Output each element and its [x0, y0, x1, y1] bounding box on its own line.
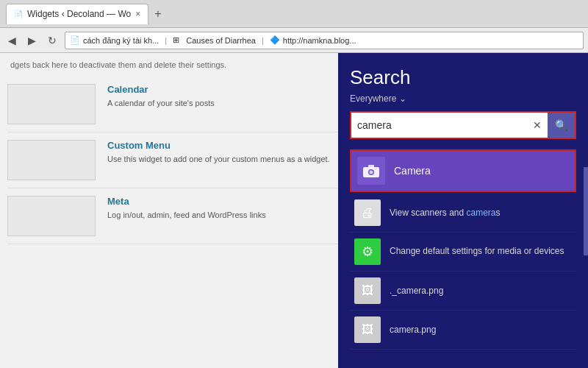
favicon-1: ⊞: [173, 35, 183, 46]
widget-item-calendar: Calendar A calendar of your site's posts: [7, 77, 338, 132]
back-button[interactable]: ◀: [4, 33, 20, 48]
scroll-indicator[interactable]: [584, 167, 588, 255]
svg-point-2: [370, 171, 373, 174]
result-item-scanners[interactable]: 🖨 View scanners and cameras: [350, 194, 576, 233]
png-hidden-icon: 🖼: [354, 277, 381, 304]
widget-item-meta: Meta Log in/out, admin, feed and WordPre…: [7, 188, 338, 244]
search-title: Search: [350, 66, 576, 89]
address-label-0: cách đăng ký tài kh...: [83, 36, 159, 45]
widget-title-custom-menu[interactable]: Custom Menu: [107, 140, 330, 151]
widget-title-calendar[interactable]: Calendar: [107, 84, 215, 95]
new-tab-button[interactable]: +: [151, 7, 164, 21]
forward-button[interactable]: ▶: [24, 33, 40, 48]
widget-desc-calendar: A calendar of your site's posts: [107, 98, 215, 109]
scanners-icon: 🖨: [354, 199, 381, 226]
wp-notice: dgets back here to deactivate them and d…: [7, 60, 338, 69]
address-label-2: http://namkna.blog...: [283, 36, 356, 45]
result-item-camera-png-hidden[interactable]: 🖼 ._camera.png: [350, 272, 576, 311]
camera-app-icon: [357, 157, 385, 185]
result-item-camera[interactable]: Camera: [350, 149, 576, 192]
png-hidden-label: ._camera.png: [390, 286, 443, 296]
camera-svg-icon: [362, 163, 380, 178]
search-go-button[interactable]: 🔍: [548, 113, 575, 138]
address-seg-1: ⊞ Causes of Diarrhea: [173, 35, 256, 46]
tab-close-button[interactable]: ×: [135, 9, 140, 19]
main-area: dgets back here to deactivate them and d…: [0, 53, 588, 368]
browser-chrome: 📄 Widgets ‹ Decoland — Wo × +: [0, 0, 588, 28]
widget-title-meta[interactable]: Meta: [107, 196, 266, 207]
wp-panel: dgets back here to deactivate them and d…: [0, 53, 338, 368]
scanners-result-label: View scanners and cameras: [390, 208, 501, 218]
widget-thumb-meta: [7, 196, 96, 236]
scope-chevron-icon: ⌄: [399, 93, 406, 104]
widget-thumb-custom-menu: [7, 140, 96, 180]
search-results: Camera 🖨 View scanners and cameras ⚙ Cha…: [350, 149, 576, 350]
address-label-1: Causes of Diarrhea: [186, 36, 256, 45]
widget-item-custom-menu: Custom Menu Use this widget to add one o…: [7, 132, 338, 188]
favicon-2: 🔷: [270, 35, 280, 46]
active-tab[interactable]: 📄 Widgets ‹ Decoland — Wo ×: [6, 4, 148, 24]
addr-sep-1: |: [165, 36, 167, 45]
tab-label: Widgets ‹ Decoland — Wo: [27, 9, 131, 19]
search-clear-button[interactable]: ✕: [527, 113, 548, 138]
address-seg-0: 📄 cách đăng ký tài kh...: [70, 35, 159, 46]
svg-rect-3: [368, 165, 374, 168]
camera-result-label: Camera: [394, 165, 431, 177]
widget-desc-custom-menu: Use this widget to add one of your custo…: [107, 154, 330, 165]
widget-info-meta: Meta Log in/out, admin, feed and WordPre…: [107, 196, 266, 221]
scope-label: Everywhere: [350, 93, 396, 104]
widget-desc-meta: Log in/out, admin, feed and WordPress li…: [107, 210, 266, 221]
addr-sep-2: |: [262, 36, 264, 45]
wp-inner: dgets back here to deactivate them and d…: [0, 53, 338, 252]
address-bar[interactable]: 📄 cách đăng ký tài kh... | ⊞ Causes of D…: [65, 32, 584, 49]
tab-favicon: 📄: [14, 10, 23, 18]
settings-result-label: Change default settings for media or dev…: [390, 246, 564, 258]
png-label: camera.png: [390, 325, 436, 335]
widget-list: Calendar A calendar of your site's posts…: [7, 77, 338, 244]
widget-thumb-calendar: [7, 84, 96, 124]
address-bar-row: ◀ ▶ ↻ 📄 cách đăng ký tài kh... | ⊞ Cause…: [0, 28, 588, 53]
png-icon: 🖼: [354, 316, 381, 343]
settings-icon: ⚙: [354, 238, 381, 265]
favicon-0: 📄: [70, 35, 80, 46]
widget-info-calendar: Calendar A calendar of your site's posts: [107, 84, 215, 109]
search-panel: Search Everywhere ⌄ ✕ 🔍: [338, 53, 588, 368]
widget-info-custom-menu: Custom Menu Use this widget to add one o…: [107, 140, 330, 165]
search-scope[interactable]: Everywhere ⌄: [350, 93, 576, 104]
search-input[interactable]: [351, 113, 527, 138]
tab-bar: 📄 Widgets ‹ Decoland — Wo × +: [6, 4, 165, 24]
refresh-button[interactable]: ↻: [44, 33, 60, 48]
result-item-settings[interactable]: ⚙ Change default settings for media or d…: [350, 233, 576, 272]
result-item-camera-png[interactable]: 🖼 camera.png: [350, 311, 576, 350]
address-seg-2: 🔷 http://namkna.blog...: [270, 35, 356, 46]
search-input-container: ✕ 🔍: [350, 111, 576, 139]
